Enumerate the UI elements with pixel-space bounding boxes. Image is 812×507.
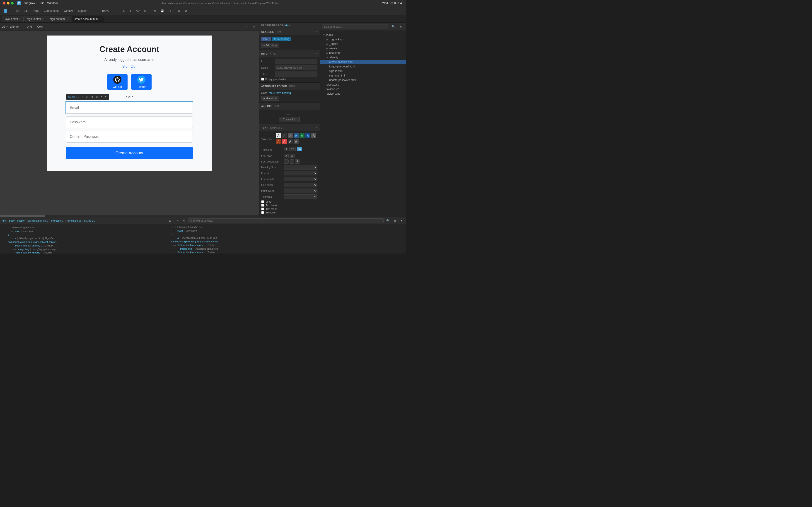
bc-div-section[interactable]: div.section... bbox=[51, 219, 64, 222]
tree-sign-out[interactable]: sign-out.html bbox=[320, 73, 406, 78]
pg-button[interactable]: P bbox=[2, 8, 9, 14]
text-header[interactable]: TEXT Bootstrap 5.1 ▾ bbox=[259, 124, 320, 131]
refresh-icon[interactable]: ↻ bbox=[152, 8, 158, 14]
bc-html[interactable]: html bbox=[2, 219, 7, 222]
link-header[interactable]: A> LINK HTML ▾ bbox=[259, 103, 320, 110]
canvas-view-icon[interactable]: □ bbox=[245, 23, 250, 30]
text-tree-span-username[interactable]: — span | username bbox=[165, 229, 406, 232]
email-input[interactable] bbox=[66, 102, 193, 114]
text-wrap-select[interactable] bbox=[284, 194, 317, 199]
filter-icon-2[interactable]: ⚙ bbox=[181, 218, 187, 224]
bc-form[interactable]: form#sign-up bbox=[67, 219, 81, 222]
tree-favicon-ico[interactable]: favicon.ico bbox=[320, 87, 406, 92]
github-button[interactable]: GitHub bbox=[107, 74, 128, 90]
font-size-select[interactable] bbox=[284, 171, 317, 175]
close-button[interactable] bbox=[3, 2, 5, 5]
tree-pginfo[interactable]: ▶ _pginfo bbox=[320, 42, 406, 46]
text-tree-img-github[interactable]: — Image img | ../svg/logo-github.svg bbox=[165, 247, 406, 250]
tree-sign-in[interactable]: sign-in.html bbox=[320, 69, 406, 73]
bc-section[interactable]: section bbox=[17, 219, 25, 222]
text-tree-div-social[interactable]: div#social-login.d-flex.justify-content-… bbox=[165, 240, 406, 243]
layout-icon[interactable]: ⊞ bbox=[121, 8, 127, 14]
twitter-button[interactable]: Twitter bbox=[131, 74, 152, 90]
tree-forgot-password[interactable]: forgot-password.html bbox=[320, 64, 406, 69]
tree-img-github[interactable]: — Image img | ../svg/logo-github.svg bbox=[0, 247, 165, 251]
canvas-split-icon[interactable]: ⊟ bbox=[251, 23, 257, 30]
tree-bootstrap[interactable]: ▶ bootstrap bbox=[320, 51, 406, 55]
el-circle-icon[interactable]: ⊙ bbox=[85, 95, 88, 99]
class-form-floating[interactable]: form-floating bbox=[272, 37, 291, 41]
tab-signout[interactable]: sign-out.html × bbox=[47, 16, 71, 22]
text-break-checkbox[interactable] bbox=[261, 204, 264, 207]
window-menu[interactable]: Window bbox=[62, 8, 75, 14]
color-A-blue[interactable]: A bbox=[294, 133, 299, 138]
font-weight-select[interactable] bbox=[284, 177, 317, 181]
panel-icon-2[interactable]: ⚙ bbox=[183, 8, 189, 14]
text-reset-checkbox[interactable] bbox=[261, 208, 264, 210]
sort-icon[interactable]: ⊞ bbox=[392, 218, 398, 224]
text-tree-p-already[interactable]: — p | Already logged in as bbox=[165, 225, 406, 229]
color-A-mid[interactable]: A bbox=[294, 139, 299, 144]
expand-icon[interactable]: ▾ bbox=[399, 218, 404, 224]
color-A-red[interactable]: A bbox=[282, 139, 287, 144]
heading-size-select[interactable] bbox=[284, 165, 317, 170]
tree-a-signout[interactable]: — a | /identity/sign-out.html | Sign Out bbox=[0, 236, 165, 240]
bc-body[interactable]: body bbox=[9, 219, 14, 222]
tab-close-signout[interactable]: × bbox=[67, 18, 68, 20]
canvas-scrollbar-thumb[interactable] bbox=[0, 215, 45, 217]
maximize-button[interactable] bbox=[11, 2, 14, 5]
tree-pgbackup[interactable]: ▶ _pgbackup bbox=[320, 37, 406, 42]
selector-input[interactable] bbox=[188, 218, 384, 223]
tree-public[interactable]: ▼ Public ▾ bbox=[320, 33, 406, 37]
classes-header[interactable]: CLASSES HTML ▾ bbox=[259, 28, 320, 35]
zoom-in[interactable]: ＋ bbox=[110, 8, 116, 14]
point-event-select[interactable] bbox=[284, 188, 317, 193]
tab-signin[interactable]: sign-in.html × bbox=[24, 16, 46, 22]
media-icon[interactable]: ▷ bbox=[143, 8, 148, 14]
add-attr-button[interactable]: Add attribute bbox=[261, 96, 280, 101]
eye-icon[interactable]: 👁 bbox=[174, 218, 180, 224]
font-italic[interactable]: A bbox=[290, 154, 294, 158]
color-A-dark[interactable]: A bbox=[282, 133, 287, 138]
tree-create-account[interactable]: create-account.html bbox=[320, 60, 406, 64]
support-menu[interactable]: Support bbox=[76, 8, 89, 14]
text-tree-a-signout[interactable]: — a | /identity/sign-out.html | Sign Out bbox=[165, 236, 406, 240]
color-A-default[interactable]: A bbox=[276, 133, 281, 138]
sign-out-link[interactable]: Sign Out bbox=[122, 64, 136, 69]
class-mb3[interactable]: mb-3 bbox=[261, 37, 271, 41]
name-input[interactable] bbox=[275, 65, 317, 70]
text-tree-btn-twitter[interactable]: — Button .btn.btn-primary... | Twitter bbox=[165, 250, 406, 253]
tree-span-username[interactable]: — span | username bbox=[0, 229, 165, 233]
tab-close-createaccount[interactable]: × bbox=[100, 18, 101, 20]
info-header[interactable]: INFO HTML ▾ bbox=[259, 50, 320, 57]
grid-toggle[interactable]: Grid bbox=[25, 23, 34, 30]
tree-btn-twitter[interactable]: — Button .btn.btn-primary... | Twitter bbox=[0, 251, 165, 253]
edit-menu[interactable]: Edit bbox=[22, 8, 30, 14]
tab-createaccount[interactable]: create-account.html × bbox=[71, 16, 104, 22]
truncate-checkbox[interactable] bbox=[261, 211, 264, 214]
color-A-gray[interactable]: A bbox=[311, 133, 316, 138]
file-menu[interactable]: File bbox=[13, 8, 21, 14]
tree-favicon-png[interactable]: favicon.png bbox=[320, 92, 406, 96]
panel-toggle-1[interactable]: ⊟ bbox=[167, 218, 173, 224]
zoom-out[interactable]: － bbox=[95, 8, 101, 14]
tab-close-signin[interactable]: × bbox=[42, 18, 44, 20]
tree-blocks-css[interactable]: blocks.css bbox=[320, 82, 406, 87]
breakpoint-selector[interactable]: LG ▾ bbox=[2, 25, 8, 28]
search-icon[interactable]: 🔍 bbox=[390, 23, 397, 30]
color-A-orange[interactable]: A bbox=[276, 139, 281, 144]
el-grid-icon[interactable]: ⊞ bbox=[95, 95, 98, 99]
text-tree-p-2[interactable]: p bbox=[165, 232, 406, 236]
el-delete-icon[interactable]: ✕ bbox=[100, 95, 103, 99]
line-height-select[interactable] bbox=[284, 183, 317, 187]
el-link-icon[interactable]: ⛓ bbox=[90, 95, 94, 99]
font-normal[interactable]: A bbox=[284, 154, 289, 158]
text-tree-btn-github[interactable]: — Button .btn.btn-primary... | GitHub bbox=[165, 243, 406, 247]
color-A-dim[interactable]: A bbox=[288, 139, 293, 144]
el-more-icon[interactable]: ▾ bbox=[104, 95, 107, 99]
menu-window[interactable]: Window bbox=[47, 1, 58, 5]
cols-toggle[interactable]: Cols bbox=[35, 23, 44, 30]
attr-header[interactable]: ATTRIBUTE EDITOR HTML ▾ bbox=[259, 82, 320, 90]
tree-assets[interactable]: ▶ assets bbox=[320, 46, 406, 51]
color-A-medium[interactable]: A bbox=[288, 133, 293, 138]
